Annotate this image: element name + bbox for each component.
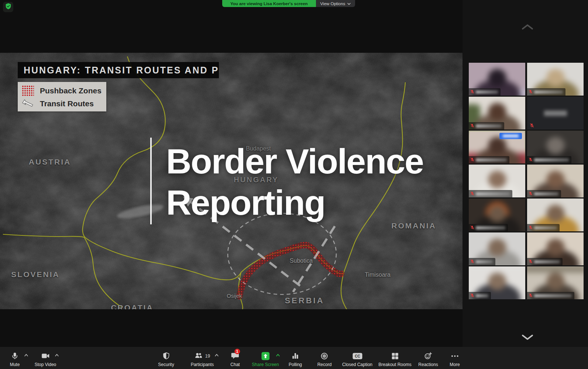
participant-name-label [527,156,571,163]
screen-share-banner: You are viewing Lisa Koerber's screen [222,0,316,7]
participant-video-tile[interactable] [527,131,584,163]
participant-video-tile[interactable] [469,199,525,231]
muted-mic-icon [530,123,534,127]
view-options-button[interactable]: View Options [316,0,355,7]
mute-button[interactable]: Mute [10,351,20,367]
muted-mic-icon [470,156,474,163]
map-label-austria: AUSTRIA [29,158,71,166]
map-legend: Pushback Zones Transit Routes [18,82,106,111]
muted-mic-icon [529,258,533,265]
map-label-budapest: Budapest [246,145,271,152]
map-label-croatia: CROATIA [111,303,153,309]
participant-video-tile[interactable] [527,266,584,299]
participant-video-tile[interactable] [469,232,525,265]
security-button[interactable]: Security [158,351,174,367]
participant-name-label [527,292,574,299]
polling-button[interactable]: Polling [289,351,302,367]
participant-video-tile[interactable] [469,63,525,96]
breakout-grid-icon [391,351,399,361]
map-label-osijek: Osijek [227,293,242,299]
shield-icon [162,351,170,361]
zoom-meeting-window: You are viewing Lisa Koerber's screen Vi… [0,0,588,369]
participant-name-label [527,88,565,96]
record-button[interactable]: Record [317,351,332,367]
map-label-serbia: SERBIA [285,296,324,306]
muted-mic-icon [529,156,533,163]
participant-name-label [469,88,501,96]
chat-button[interactable]: Chat 1 [230,351,240,367]
transit-routes-arrow-icon [21,99,34,109]
video-gallery-strip [469,63,584,299]
muted-mic-icon [470,258,474,265]
video-camera-icon [41,351,50,361]
participants-count: 19 [205,354,210,359]
participant-video-tile[interactable] [527,97,584,130]
participant-video-tile[interactable] [527,165,584,197]
map-label-subotica: Subotica [290,258,313,264]
participant-name-label [527,224,560,231]
participant-name-label [527,258,563,265]
participant-name-label [469,292,491,299]
muted-mic-icon [470,190,474,197]
participant-name-centered [544,110,567,116]
bar-chart-icon [292,351,299,361]
participant-video-tile[interactable] [527,199,584,231]
map-label-hungary: HUNGARY [234,176,278,184]
participant-video-tile[interactable] [469,131,525,163]
participant-name-label [469,190,512,197]
share-screen-icon [261,351,269,361]
microphone-icon [11,351,19,361]
muted-mic-icon [470,292,474,299]
participant-video-tile[interactable] [527,63,584,96]
chevron-down-icon [347,1,351,6]
cc-icon: CC [353,351,362,361]
participant-video-tile[interactable] [469,266,525,299]
muted-mic-icon [470,89,474,95]
participant-video-tile[interactable] [469,165,525,197]
mute-options-caret[interactable] [24,353,29,358]
muted-mic-icon [529,190,533,197]
muted-mic-icon [470,224,474,231]
reactions-button[interactable]: Reactions [418,351,438,367]
gallery-scroll-up-chevron[interactable] [521,23,534,31]
muted-mic-icon [470,123,474,129]
more-dots-icon [451,351,459,361]
participant-name-label [527,190,561,197]
lake-balaton [116,202,165,221]
participant-name-label [469,258,495,265]
closed-caption-button[interactable]: CC Closed Caption [342,351,372,367]
video-options-caret[interactable] [54,353,59,358]
legend-transit-label: Transit Routes [40,99,94,108]
record-circle-icon [321,351,328,361]
shield-check-icon [5,3,11,11]
pushback-zones-swatch [21,85,34,97]
gallery-scroll-down-chevron[interactable] [521,333,534,341]
participants-options-caret[interactable] [214,353,219,358]
breakout-rooms-button[interactable]: Breakout Rooms [378,351,411,367]
slide-header: HUNGARY: TRANSIT ROUTES AND PUSHBACK ZON… [18,62,219,78]
participants-icon [195,352,203,360]
legend-pushback-label: Pushback Zones [40,86,102,95]
smiley-plus-icon [424,351,432,361]
participants-panel [463,0,588,369]
participant-name-label [469,224,508,231]
stop-video-button[interactable]: Stop Video [35,351,56,367]
map-label-timisoara: Timisoara [365,272,391,278]
share-options-caret[interactable] [275,353,281,358]
slide-title: Border Violence Reporting [166,141,423,223]
participant-name-label [469,122,504,130]
title-accent-bar [150,138,152,224]
participant-video-tile[interactable] [469,97,525,130]
participants-button[interactable]: 19 Participants [191,351,214,367]
map-label-romania: ROMANIA [391,221,436,230]
share-screen-button[interactable]: Share Screen [252,351,279,367]
encryption-badge[interactable] [3,2,13,12]
meeting-toolbar: Mute Stop Video Security 19 [0,347,588,369]
svg-text:CC: CC [355,354,360,358]
participant-video-tile[interactable] [527,232,584,265]
chat-unread-badge: 1 [234,349,240,354]
map-label-slovenia: SLOVENIA [11,270,59,279]
more-button[interactable]: More [450,351,460,367]
participant-blue-tag [499,133,522,139]
muted-mic-icon [529,89,533,95]
